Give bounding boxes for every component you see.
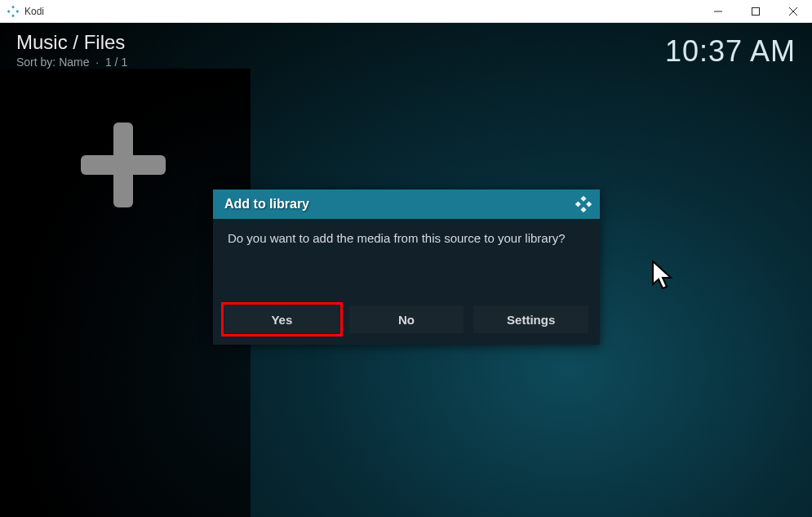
breadcrumb: Music / Files [16, 31, 125, 54]
svg-rect-9 [81, 155, 166, 175]
clock: 10:37 AM [665, 34, 796, 69]
dialog-title: Add to library [224, 197, 309, 212]
svg-rect-2 [16, 10, 19, 13]
add-source-tile[interactable] [78, 121, 169, 212]
dialog-message: Do you want to add the media from this s… [213, 219, 600, 305]
svg-rect-10 [580, 196, 586, 202]
svg-rect-5 [752, 7, 760, 15]
window-titlebar: Kodi [0, 0, 812, 23]
mouse-cursor-icon [651, 260, 674, 291]
kodi-main-area: Music / Files Sort by: Name · 1 / 1 10:3… [0, 23, 812, 517]
svg-rect-11 [575, 201, 581, 207]
settings-button[interactable]: Settings [473, 305, 588, 333]
no-button[interactable]: No [349, 305, 464, 333]
svg-rect-3 [11, 14, 15, 17]
dialog-button-row: Yes No Settings [213, 305, 600, 345]
minimize-button[interactable] [699, 0, 737, 23]
page-count: 1 / 1 [105, 56, 127, 69]
svg-marker-14 [653, 261, 671, 288]
add-to-library-dialog: Add to library Do you want to add the me… [213, 189, 600, 345]
close-button[interactable] [774, 0, 812, 23]
plus-icon [78, 119, 169, 214]
svg-rect-13 [580, 207, 586, 212]
sort-indicator: Sort by: Name · 1 / 1 [16, 56, 127, 69]
svg-rect-12 [586, 201, 592, 207]
dialog-header: Add to library [213, 189, 600, 219]
sort-label: Sort by: Name [16, 56, 89, 69]
svg-rect-0 [11, 5, 15, 8]
yes-button[interactable]: Yes [224, 305, 339, 333]
svg-rect-1 [7, 10, 11, 13]
window-title: Kodi [24, 6, 44, 17]
kodi-icon [575, 196, 592, 212]
maximize-button[interactable] [737, 0, 774, 23]
kodi-app-icon [7, 5, 20, 18]
